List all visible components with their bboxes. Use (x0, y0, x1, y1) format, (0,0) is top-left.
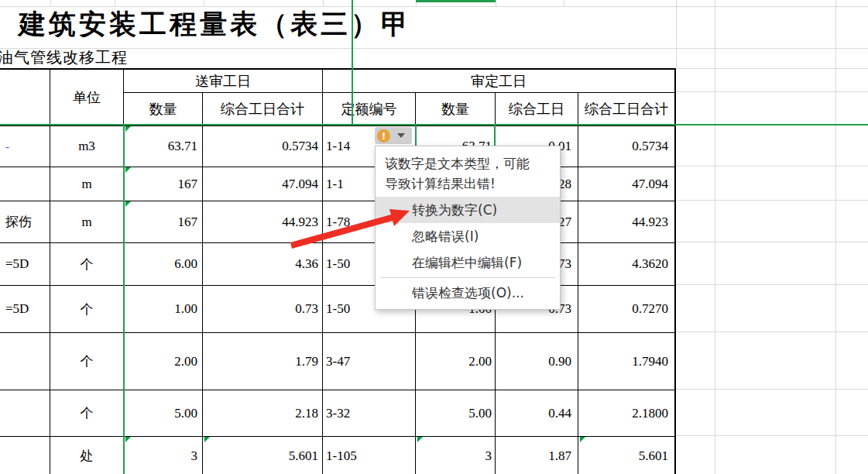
cell-label-row2[interactable] (0, 167, 50, 201)
cell-a_total-row7[interactable]: 2.1800 (578, 390, 676, 437)
cell-a_total-row2[interactable]: 47.094 (578, 167, 676, 201)
cell-a_total-row3[interactable]: 44.923 (578, 201, 676, 243)
worksheet-table: 单位 送审工日 审定工日 数量 综合工日合计 定额编号 数量 综合工日 综合工日… (0, 68, 676, 474)
sheet-subtitle: 油气管线改移工程 (0, 47, 128, 68)
cell-unit-row4[interactable]: 个 (50, 243, 124, 286)
cell-a_total-row8[interactable]: 5.601 (578, 437, 676, 474)
error-triangle-icon (125, 437, 131, 442)
menu-item-edit-in-formula-bar[interactable]: 在编辑栏中编辑(F) (376, 249, 560, 276)
header-approved-group[interactable]: 审定工日 (323, 70, 676, 93)
cell-unit-row2[interactable]: m (50, 167, 124, 201)
cell-a_total-row4[interactable]: 4.3620 (578, 243, 676, 286)
cell-a_qty-row7[interactable]: 5.00 (416, 390, 496, 437)
cell-unit-row8[interactable]: 处 (50, 437, 124, 474)
cell-a_rate-row7[interactable]: 0.44 (496, 390, 578, 437)
cell-label-row6[interactable] (0, 333, 50, 390)
cell-a_qty-row8[interactable]: 3 (416, 437, 496, 474)
cell-a_rate-row6[interactable]: 0.90 (496, 333, 578, 390)
cell-a_total-row1[interactable]: 0.5734 (578, 126, 676, 167)
chevron-down-icon (397, 133, 405, 138)
freeze-line-vertical-bottom (123, 125, 125, 474)
cell-s_qty-row6[interactable]: 2.00 (124, 333, 203, 390)
error-triangle-icon (125, 201, 131, 207)
menu-item-error-check-options[interactable]: 错误检查选项(O)... (376, 280, 560, 306)
header-item-column[interactable] (0, 70, 50, 126)
cell-label-row1[interactable]: - (0, 126, 50, 167)
cell-s_total-row5[interactable]: 0.73 (203, 286, 323, 333)
cell-label-row4[interactable]: =5D (0, 243, 50, 286)
cell-s_qty-row1[interactable]: 63.71 (124, 126, 203, 167)
header-approved-workday-total[interactable]: 综合工日合计 (578, 93, 676, 126)
cell-a_total-row6[interactable]: 1.7940 (578, 333, 676, 390)
cell-s_qty-row3[interactable]: 167 (124, 201, 203, 243)
cell-label-row3[interactable]: 探伤 (0, 201, 50, 243)
error-message-line1: 该数字是文本类型，可能 (385, 153, 551, 173)
cell-s_qty-row4[interactable]: 6.00 (124, 243, 203, 286)
cell-unit-row3[interactable]: m (50, 201, 124, 243)
error-triangle-icon (417, 437, 423, 442)
cell-s_total-row7[interactable]: 2.18 (203, 390, 323, 437)
header-quota-code[interactable]: 定额编号 (323, 93, 416, 126)
cell-unit-row5[interactable]: 个 (50, 286, 124, 333)
cell-code-row6[interactable]: 3-47 (323, 333, 416, 390)
cell-s_total-row4[interactable]: 4.36 (203, 243, 323, 286)
error-triangle-icon (580, 437, 585, 442)
menu-item-ignore-error[interactable]: 忽略错误(I) (376, 223, 560, 249)
header-submitted-qty[interactable]: 数量 (124, 93, 203, 126)
selected-column-top-marker (416, 0, 496, 2)
cell-s_qty-row2[interactable]: 167 (124, 167, 203, 201)
cell-a_rate-row8[interactable]: 1.87 (496, 437, 578, 474)
cell-s_total-row3[interactable]: 44.923 (203, 201, 323, 243)
cell-unit-row7[interactable]: 个 (50, 390, 124, 437)
menu-item-convert-to-number[interactable]: 转换为数字(C) (376, 197, 560, 223)
cell-code-row7[interactable]: 3-32 (323, 390, 416, 437)
error-triangle-icon (204, 437, 210, 442)
cell-a_qty-row6[interactable]: 2.00 (416, 333, 496, 390)
cell-a_total-row5[interactable]: 0.7270 (578, 286, 676, 333)
header-unit[interactable]: 单位 (50, 70, 124, 126)
menu-separator (380, 277, 555, 278)
cell-s_qty-row8[interactable]: 3 (124, 437, 203, 474)
warning-icon: ! (377, 129, 390, 143)
error-triangle-icon (125, 126, 131, 132)
error-options-button[interactable]: ! (375, 127, 412, 144)
cell-s_total-row1[interactable]: 0.5734 (203, 126, 323, 167)
cell-code-row8[interactable]: 1-105 (323, 437, 416, 474)
cell-label-row5[interactable]: =5D (0, 286, 50, 333)
error-triangle-icon (125, 167, 131, 173)
error-options-menu: 该数字是文本类型，可能 导致计算结果出错! 转换为数字(C) 忽略错误(I) 在… (375, 146, 561, 310)
cell-s_qty-row7[interactable]: 5.00 (124, 390, 203, 437)
header-approved-workday[interactable]: 综合工日 (496, 93, 578, 126)
cell-s_total-row8[interactable]: 5.601 (203, 437, 323, 474)
error-message: 该数字是文本类型，可能 导致计算结果出错! (376, 146, 560, 197)
cell-unit-row1[interactable]: m3 (50, 126, 124, 167)
header-submitted-workday-total[interactable]: 综合工日合计 (203, 93, 323, 126)
cell-label-row8[interactable] (0, 437, 50, 474)
header-approved-qty[interactable]: 数量 (416, 93, 496, 126)
cell-s_total-row2[interactable]: 47.094 (203, 167, 323, 201)
error-message-line2: 导致计算结果出错! (385, 173, 551, 194)
freeze-line-vertical-top (352, 0, 353, 125)
cell-unit-row6[interactable]: 个 (50, 333, 124, 390)
cell-s_qty-row5[interactable]: 1.00 (124, 286, 203, 333)
cell-s_total-row6[interactable]: 1.79 (203, 333, 323, 390)
header-submitted-group[interactable]: 送审工日 (124, 70, 323, 93)
cell-label-row7[interactable] (0, 390, 50, 437)
